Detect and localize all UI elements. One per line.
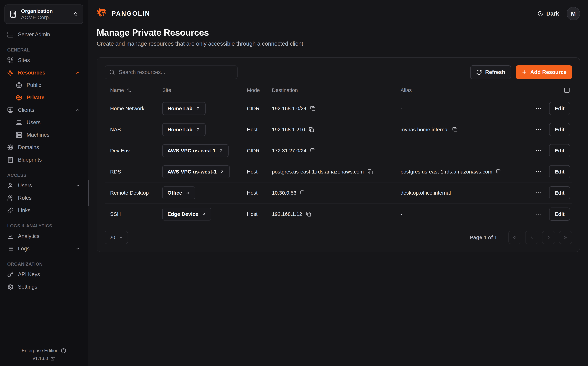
sidebar-item-links[interactable]: Links	[5, 204, 83, 217]
site-link[interactable]: Home Lab	[162, 102, 206, 115]
chevron-down-icon	[75, 246, 81, 251]
copy-destination-button[interactable]	[306, 212, 311, 217]
copy-destination-button[interactable]	[309, 127, 314, 132]
building-icon	[9, 10, 17, 18]
column-header-name[interactable]: Name	[105, 87, 157, 93]
sidebar-item-label: Users	[27, 119, 41, 126]
laptop-icon	[16, 119, 22, 126]
refresh-button[interactable]: Refresh	[470, 65, 511, 79]
next-page-button[interactable]	[542, 231, 555, 244]
avatar[interactable]: M	[566, 7, 580, 20]
cell-alias: -	[395, 106, 529, 111]
version-label[interactable]: v1.13.0	[33, 356, 48, 361]
row-menu-button[interactable]	[535, 127, 542, 133]
sort-arrows-icon	[127, 88, 132, 93]
sidebar-item-resources[interactable]: Resources	[5, 67, 83, 79]
pagination-bar: 20 Page 1 of 1	[105, 231, 572, 244]
sidebar-item-analytics[interactable]: Analytics	[5, 230, 83, 243]
org-selector[interactable]: Organization ACME Corp.	[5, 5, 83, 24]
page-head: Manage Private Resources Create and mana…	[97, 27, 580, 47]
arrow-up-right-icon	[196, 106, 200, 111]
site-link[interactable]: Edge Device	[162, 208, 211, 221]
copy-destination-button[interactable]	[310, 148, 316, 153]
sidebar-item-roles[interactable]: Roles	[5, 192, 83, 204]
cell-destination: postgres.us-east-1.rds.amazonaws.com	[272, 169, 364, 175]
main-content: PANGOLIN Dark M Manage Private Resources…	[88, 0, 588, 366]
avatar-initial: M	[571, 10, 576, 17]
copy-alias-button[interactable]	[452, 127, 457, 132]
prev-page-button[interactable]	[525, 231, 538, 244]
chart-line-icon	[7, 233, 14, 239]
sidebar-item-private[interactable]: Private	[15, 92, 83, 104]
gear-icon	[7, 284, 14, 290]
cell-destination: 172.31.27.0/24	[272, 148, 306, 154]
brand-logo[interactable]: PANGOLIN	[97, 8, 150, 19]
sidebar-item-label: Roles	[18, 195, 32, 201]
link-icon	[7, 207, 14, 214]
row-menu-button[interactable]	[535, 148, 542, 154]
edit-button[interactable]: Edit	[549, 186, 570, 199]
sidebar-item-server-admin[interactable]: Server Admin	[5, 28, 83, 41]
row-menu-button[interactable]	[535, 190, 542, 196]
edit-button[interactable]: Edit	[549, 165, 570, 178]
edit-button[interactable]: Edit	[549, 102, 570, 115]
site-link[interactable]: Home Lab	[162, 123, 206, 136]
site-link[interactable]: Office	[162, 186, 195, 199]
search-input[interactable]	[105, 66, 238, 79]
sidebar-item-users[interactable]: Users	[5, 179, 83, 192]
receipt-icon	[7, 157, 14, 163]
column-header-alias: Alias	[395, 87, 529, 93]
edit-button[interactable]: Edit	[549, 123, 570, 136]
copy-destination-button[interactable]	[300, 190, 305, 195]
sidebar-item-label: Domains	[18, 144, 39, 151]
site-link[interactable]: AWS VPC us-west-1	[162, 165, 230, 178]
copy-alias-button[interactable]	[496, 169, 501, 174]
sidebar-item-sites[interactable]: Sites	[5, 54, 83, 67]
edit-button[interactable]: Edit	[549, 207, 570, 221]
sidebar-item-client-users[interactable]: Users	[15, 116, 83, 129]
external-link-icon[interactable]	[50, 356, 55, 361]
row-menu-button[interactable]	[535, 211, 542, 217]
toolbar-buttons: Refresh Add Resource	[470, 65, 572, 79]
sidebar-item-label: API Keys	[18, 271, 40, 277]
theme-toggle[interactable]: Dark	[537, 10, 559, 17]
sidebar-item-blueprints[interactable]: Blueprints	[5, 154, 83, 166]
sidebar-item-logs[interactable]: Logs	[5, 243, 83, 255]
row-menu-button[interactable]	[535, 169, 542, 175]
cell-name: SSH	[105, 211, 157, 217]
first-page-button[interactable]	[508, 231, 521, 244]
sidebar-item-clients[interactable]: Clients	[5, 104, 83, 116]
github-icon[interactable]	[61, 348, 66, 353]
site-link[interactable]: AWS VPC us-east-1	[162, 144, 228, 157]
column-visibility-button[interactable]	[564, 87, 570, 93]
sidebar-item-domains[interactable]: Domains	[5, 141, 83, 154]
cell-name: Dev Env	[105, 148, 157, 154]
pager-buttons	[508, 231, 572, 244]
server-icon	[7, 31, 14, 38]
copy-destination-button[interactable]	[310, 106, 316, 111]
cell-name: Remote Desktop	[105, 190, 157, 196]
chevrons-up-down-icon	[73, 11, 78, 17]
page-size-select[interactable]: 20	[105, 231, 128, 244]
sidebar-footer: Enterprise Edition v1.13.0	[0, 348, 88, 361]
column-header-destination: Destination	[266, 87, 395, 93]
copy-icon	[300, 190, 305, 195]
chevron-up-icon	[75, 70, 81, 75]
ellipsis-icon	[535, 169, 542, 175]
chevron-down-icon	[119, 235, 123, 240]
edit-button[interactable]: Edit	[549, 144, 570, 157]
sidebar-item-settings[interactable]: Settings	[5, 281, 83, 293]
add-resource-button[interactable]: Add Resource	[516, 65, 572, 79]
sidebar-item-public[interactable]: Public	[15, 79, 83, 92]
cell-mode: Host	[241, 190, 266, 196]
copy-icon	[496, 169, 501, 174]
last-page-button[interactable]	[559, 231, 572, 244]
sidebar-item-label: Resources	[18, 70, 45, 76]
key-icon	[7, 271, 14, 277]
row-menu-button[interactable]	[535, 105, 542, 112]
sidebar-item-machines[interactable]: Machines	[15, 129, 83, 141]
copy-destination-button[interactable]	[368, 169, 373, 174]
sidebar-item-api-keys[interactable]: API Keys	[5, 268, 83, 281]
sidebar-item-label: Logs	[18, 245, 29, 252]
refresh-button-label: Refresh	[485, 69, 505, 75]
